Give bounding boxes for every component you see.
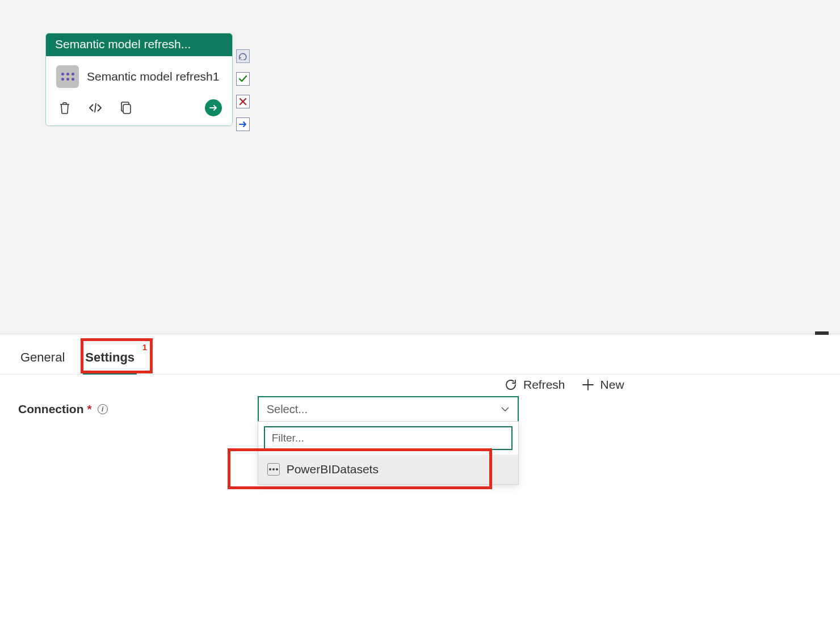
status-column [236, 49, 250, 131]
tab-settings[interactable]: Settings [83, 347, 137, 374]
refresh-label: Refresh [523, 378, 565, 392]
activity-type-icon [56, 65, 79, 88]
connection-select[interactable]: Select... [258, 396, 519, 422]
activity-card-title: Semantic model refresh... [46, 33, 232, 56]
connection-dropdown: PowerBIDatasets [258, 421, 519, 485]
status-retry-icon[interactable] [236, 49, 250, 63]
copy-icon[interactable] [120, 101, 132, 115]
svg-rect-0 [123, 104, 131, 114]
activity-name-label: Semantic model refresh1 [87, 69, 219, 85]
status-success-icon[interactable] [236, 72, 250, 86]
connection-filter-input[interactable] [264, 426, 513, 450]
new-label: New [600, 378, 624, 392]
pipeline-canvas[interactable]: Semantic model refresh... Semantic model… [0, 0, 840, 334]
new-button[interactable]: New [581, 378, 624, 392]
connection-select-placeholder: Select... [267, 403, 308, 416]
connection-label-text: Connection [18, 402, 84, 416]
status-fail-icon[interactable] [236, 95, 250, 108]
required-asterisk: * [87, 402, 92, 416]
properties-panel: General Settings Connection * i Select..… [0, 334, 840, 622]
connection-option-label: PowerBIDatasets [287, 463, 379, 476]
code-icon[interactable] [88, 102, 103, 114]
status-skip-icon[interactable] [236, 117, 250, 131]
run-button[interactable] [205, 99, 222, 116]
chevron-down-icon [501, 406, 510, 412]
tab-general[interactable]: General [18, 347, 67, 374]
activity-card-body: Semantic model refresh1 [46, 56, 232, 94]
delete-icon[interactable] [58, 101, 71, 115]
dataset-icon [267, 463, 280, 476]
activity-card[interactable]: Semantic model refresh... Semantic model… [45, 33, 233, 126]
connection-option[interactable]: PowerBIDatasets [258, 455, 518, 484]
info-icon[interactable]: i [98, 404, 108, 414]
refresh-button[interactable]: Refresh [504, 378, 565, 392]
tabs-bar: General Settings [0, 334, 840, 375]
connection-label: Connection * i [18, 402, 108, 416]
